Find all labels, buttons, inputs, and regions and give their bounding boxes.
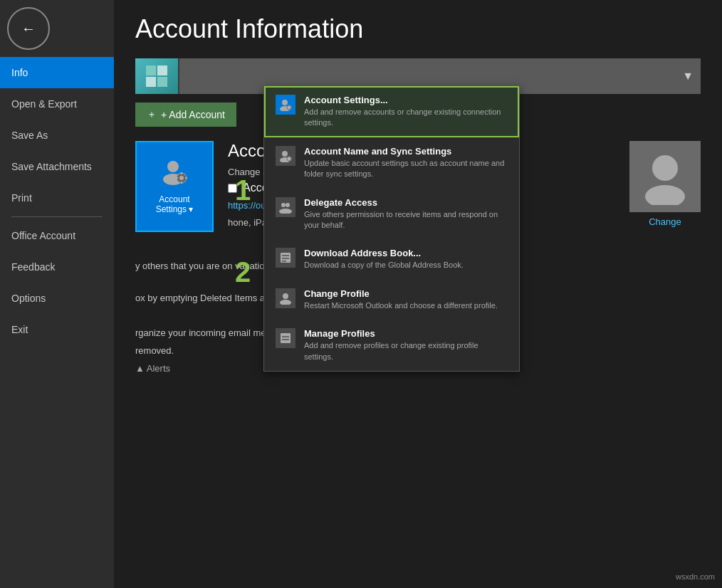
- name-sync-content: Account Name and Sync Settings Update ba…: [304, 146, 508, 180]
- manage-profiles-desc: Add and remove profiles or change existi…: [304, 340, 508, 362]
- sidebar-item-office-account[interactable]: Office Account: [0, 220, 114, 251]
- delegate-icon: [276, 197, 295, 217]
- change-profile-pic-link[interactable]: Change: [649, 216, 681, 227]
- dropdown-item-change-profile[interactable]: Change Profile Restart Microsoft Outlook…: [264, 280, 519, 320]
- svg-rect-32: [282, 336, 289, 337]
- change-profile-content: Change Profile Restart Microsoft Outlook…: [304, 288, 508, 311]
- change-profile-icon: [276, 288, 295, 308]
- profile-picture: [629, 141, 701, 212]
- dropdown-item-delegate[interactable]: Delegate Access Give others permission t…: [264, 189, 519, 240]
- sidebar-item-save-as[interactable]: Save As: [0, 120, 114, 151]
- svg-point-4: [167, 161, 179, 172]
- svg-rect-26: [282, 255, 289, 256]
- svg-point-7: [179, 176, 184, 180]
- svg-rect-2: [146, 77, 156, 87]
- account-bar-icon: [135, 58, 178, 94]
- add-account-button[interactable]: ＋ + Add Account: [135, 103, 236, 127]
- svg-point-30: [280, 300, 291, 305]
- person-gear-icon: [160, 159, 189, 185]
- delegate-title: Delegate Access: [304, 197, 508, 208]
- change-profile-desc: Restart Microsoft Outlook and choose a d…: [304, 300, 508, 311]
- svg-point-22: [281, 203, 286, 207]
- account-settings-dropdown-desc: Add and remove accounts or change existi…: [304, 107, 508, 129]
- sidebar-item-info[interactable]: Info: [0, 57, 114, 88]
- svg-point-18: [282, 151, 288, 157]
- dropdown-menu: Account Settings... Add and remove accou…: [263, 85, 520, 372]
- account-icon: [146, 65, 167, 87]
- step-1-label: 1: [235, 174, 251, 206]
- back-button[interactable]: ←: [7, 7, 50, 50]
- sidebar: ← Info Open & Export Save As Save Attach…: [0, 0, 114, 588]
- change-profile-title: Change Profile: [304, 288, 508, 299]
- svg-rect-1: [157, 65, 167, 75]
- address-book-icon: [276, 248, 295, 268]
- svg-rect-11: [185, 177, 187, 179]
- delegate-content: Delegate Access Give others permission t…: [304, 197, 508, 231]
- add-account-label: + Add Account: [161, 109, 225, 120]
- address-book-desc: Download a copy of the Global Address Bo…: [304, 260, 508, 271]
- sidebar-item-save-attachments[interactable]: Save Attachments: [0, 151, 114, 182]
- account-settings-button[interactable]: AccountSettings ▾: [135, 141, 214, 232]
- dropdown-item-address-book[interactable]: Download Address Book... Download a copy…: [264, 239, 519, 279]
- dropdown-item-name-sync[interactable]: Account Name and Sync Settings Update ba…: [264, 137, 519, 189]
- name-sync-icon: [276, 146, 295, 166]
- svg-rect-31: [281, 333, 291, 343]
- main-content: Account Information ▼ ＋ + Add Account 1 …: [114, 0, 722, 588]
- sidebar-divider: [11, 216, 103, 217]
- manage-profiles-icon: [276, 328, 295, 348]
- svg-rect-27: [282, 258, 289, 259]
- svg-rect-3: [157, 77, 167, 87]
- svg-rect-10: [176, 177, 178, 179]
- sidebar-item-print[interactable]: Print: [0, 182, 114, 214]
- account-settings-label: AccountSettings ▾: [156, 194, 194, 214]
- svg-rect-33: [282, 339, 289, 340]
- address-book-title: Download Address Book...: [304, 248, 508, 258]
- dropdown-arrow-icon: ▼: [682, 70, 694, 83]
- dropdown-item-manage-profiles[interactable]: Manage Profiles Add and remove profiles …: [264, 320, 519, 371]
- dropdown-item-account-settings[interactable]: Account Settings... Add and remove accou…: [264, 86, 519, 137]
- delegate-desc: Give others permission to receive items …: [304, 209, 508, 231]
- svg-rect-9: [181, 182, 182, 184]
- name-sync-desc: Update basic account settings such as ac…: [304, 158, 508, 180]
- name-sync-title: Account Name and Sync Settings: [304, 146, 508, 157]
- watermark: wsxdn.com: [676, 572, 715, 581]
- profile-avatar-svg: [637, 148, 694, 205]
- svg-point-23: [286, 203, 290, 207]
- svg-point-24: [279, 209, 292, 214]
- page-title: Account Information: [135, 14, 701, 44]
- svg-point-17: [288, 107, 291, 109]
- back-icon: ←: [21, 21, 36, 37]
- manage-profiles-content: Manage Profiles Add and remove profiles …: [304, 328, 508, 362]
- manage-profiles-title: Manage Profiles: [304, 328, 508, 339]
- sidebar-item-feedback[interactable]: Feedback: [0, 251, 114, 283]
- account-settings-icon: [160, 159, 189, 190]
- svg-point-14: [282, 100, 288, 105]
- sidebar-item-open-export[interactable]: Open & Export: [0, 88, 114, 120]
- svg-point-13: [645, 185, 685, 205]
- sidebar-item-exit[interactable]: Exit: [0, 314, 114, 345]
- svg-rect-8: [181, 172, 182, 174]
- account-settings-dropdown-content: Account Settings... Add and remove accou…: [304, 95, 508, 129]
- svg-rect-0: [146, 65, 156, 75]
- plus-icon: ＋: [147, 108, 157, 121]
- svg-point-21: [288, 157, 291, 159]
- profile-area: Change: [629, 141, 701, 232]
- svg-point-12: [652, 155, 678, 181]
- svg-rect-28: [282, 261, 286, 262]
- sidebar-item-options[interactable]: Options: [0, 283, 114, 314]
- account-settings-dropdown-icon: [276, 95, 295, 115]
- account-settings-dropdown-title: Account Settings...: [304, 95, 508, 105]
- address-book-content: Download Address Book... Download a copy…: [304, 248, 508, 271]
- svg-point-29: [283, 293, 288, 299]
- step-2-label: 2: [235, 256, 251, 288]
